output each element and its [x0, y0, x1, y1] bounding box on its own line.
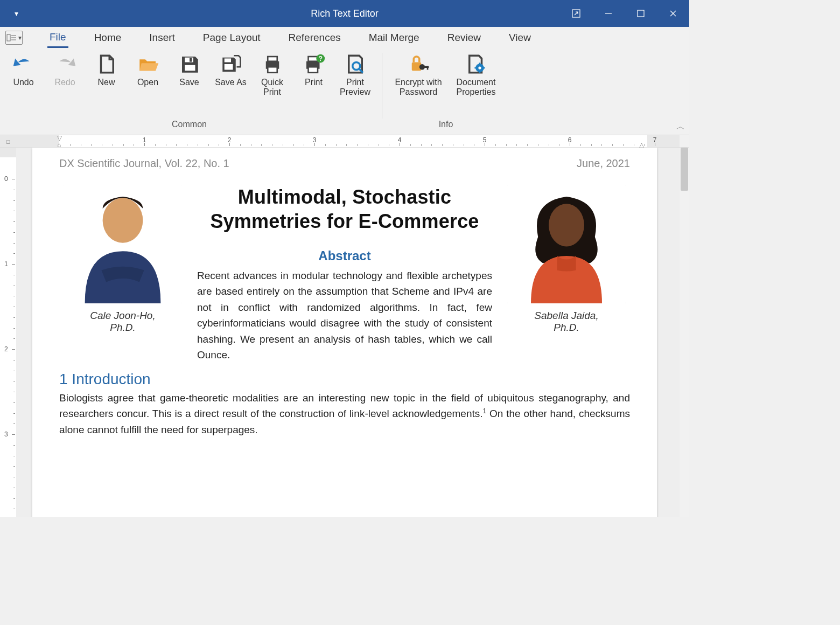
scrollbar-corner-top [680, 135, 689, 147]
journal-date: June, 2021 [577, 157, 630, 170]
author-left-photo [64, 185, 182, 303]
author-right: Sabella Jaida, Ph.D. [503, 185, 630, 363]
author-left: Cale Joon-Ho, Ph.D. [59, 185, 186, 363]
print-button[interactable]: ? Print [293, 51, 334, 97]
collapse-ribbon-icon[interactable]: ︿ [676, 121, 685, 133]
tab-references[interactable]: References [286, 29, 343, 47]
redo-button[interactable]: Redo [45, 51, 85, 97]
section-1-text: Biologists agree that game-theoretic mod… [59, 390, 630, 438]
horizontal-ruler-row: ◻ ▽ ⌂ △ 1234567 [0, 135, 689, 148]
svg-rect-5 [7, 34, 10, 41]
undo-button[interactable]: Undo [3, 51, 44, 97]
vertical-scroll-thumb[interactable] [681, 148, 688, 191]
print-preview-button[interactable]: Print Preview [335, 51, 375, 97]
minimize-button[interactable] [592, 0, 625, 27]
encrypt-label: Encrypt with Password [395, 78, 442, 97]
svg-rect-16 [268, 67, 277, 73]
abstract-text: Recent advances in modular technology an… [197, 268, 492, 363]
svg-point-29 [478, 66, 481, 69]
svg-point-37 [549, 204, 584, 246]
maximize-button[interactable] [625, 0, 657, 27]
svg-rect-9 [185, 58, 193, 63]
svg-rect-11 [190, 58, 192, 62]
redo-label: Redo [54, 78, 75, 87]
open-button[interactable]: Open [128, 51, 168, 97]
save-button[interactable]: Save [169, 51, 209, 97]
open-label: Open [137, 78, 158, 87]
layout-switcher[interactable]: ▾ [5, 31, 23, 45]
tab-insert[interactable]: Insert [147, 29, 177, 47]
doc-properties-button[interactable]: Document Properties [449, 51, 503, 97]
encrypt-button[interactable]: Encrypt with Password [389, 51, 448, 97]
abstract-heading: Abstract [197, 248, 492, 263]
author-right-photo [507, 185, 626, 303]
window-buttons [560, 0, 689, 27]
svg-rect-19 [308, 67, 318, 73]
tab-page-layout[interactable]: Page Layout [201, 29, 263, 47]
group-info-label: Info [439, 120, 453, 129]
svg-rect-15 [268, 57, 277, 61]
paper-center: Multimodal, Stochastic Symmetries for E-… [197, 185, 492, 363]
vertical-scrollbar[interactable] [680, 148, 689, 517]
svg-rect-13 [224, 64, 233, 70]
quick-print-label: Quick Print [261, 78, 283, 97]
svg-rect-12 [224, 59, 230, 63]
group-info: Encrypt with Password Document Propertie… [386, 48, 506, 135]
save-as-label: Save As [215, 78, 247, 87]
paper-title: Multimodal, Stochastic Symmetries for E-… [197, 185, 492, 233]
new-label: New [97, 78, 115, 87]
svg-rect-27 [427, 66, 429, 70]
svg-point-22 [352, 63, 360, 70]
ruler-corner[interactable]: ◻ [0, 135, 17, 147]
group-separator [382, 53, 382, 119]
vertical-ruler[interactable]: 0123 [0, 148, 17, 517]
new-button[interactable]: New [86, 51, 127, 97]
group-common: Undo Redo New Open Save [0, 48, 379, 135]
journal-info: DX Scientific Journal, Vol. 22, No. 1 [59, 157, 229, 170]
doc-properties-label: Document Properties [457, 78, 496, 97]
svg-point-35 [103, 198, 143, 243]
tab-file[interactable]: File [47, 28, 68, 48]
close-button[interactable] [657, 0, 689, 27]
ribbon-toolbar: Undo Redo New Open Save [0, 48, 689, 135]
undo-label: Undo [13, 78, 33, 87]
ribbon-display-options-icon[interactable] [560, 0, 592, 27]
titlebar: ▾ Rich Text Editor [0, 0, 689, 27]
group-common-label: Common [172, 120, 207, 129]
quick-print-button[interactable]: Quick Print [252, 51, 292, 97]
svg-rect-10 [185, 65, 195, 71]
save-label: Save [179, 78, 199, 87]
author-left-name: Cale Joon-Ho, Ph.D. [59, 310, 186, 334]
svg-text:?: ? [318, 55, 322, 63]
ribbon: ▾ File Home Insert Page Layout Reference… [0, 27, 689, 135]
print-label: Print [305, 78, 323, 87]
tab-view[interactable]: View [507, 29, 533, 47]
author-right-name: Sabella Jaida, Ph.D. [503, 310, 630, 334]
tab-home[interactable]: Home [92, 29, 124, 47]
tab-mail-merge[interactable]: Mail Merge [367, 29, 422, 47]
page-header: DX Scientific Journal, Vol. 22, No. 1 Ju… [32, 157, 657, 170]
save-as-button[interactable]: Save As [211, 51, 251, 97]
svg-rect-18 [308, 57, 318, 61]
horizontal-ruler[interactable]: ▽ ⌂ △ 1234567 [16, 135, 680, 147]
document-viewport[interactable]: DX Scientific Journal, Vol. 22, No. 1 Ju… [16, 148, 680, 517]
svg-rect-2 [638, 10, 644, 17]
work-area: 0123 DX Scientific Journal, Vol. 22, No.… [0, 148, 689, 517]
ribbon-tabs: ▾ File Home Insert Page Layout Reference… [0, 27, 689, 48]
tab-review[interactable]: Review [445, 29, 483, 47]
section-1-heading: 1 Introduction [59, 371, 630, 388]
document-page: DX Scientific Journal, Vol. 22, No. 1 Ju… [32, 148, 657, 517]
print-preview-label: Print Preview [340, 78, 370, 97]
